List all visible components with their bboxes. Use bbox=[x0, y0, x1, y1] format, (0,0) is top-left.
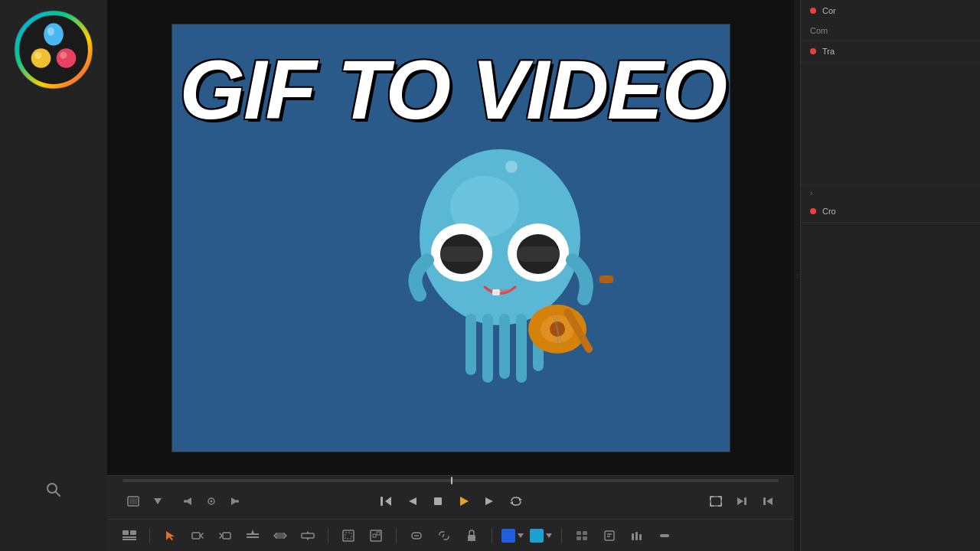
transport-controls bbox=[107, 484, 794, 519]
svg-rect-84 bbox=[660, 534, 669, 537]
color-swatch-teal-group[interactable] bbox=[530, 529, 552, 543]
next-mark-button[interactable] bbox=[224, 491, 245, 512]
add-mark-button[interactable] bbox=[201, 491, 222, 512]
stop-button[interactable] bbox=[427, 491, 449, 512]
scrubber-area[interactable] bbox=[107, 476, 794, 484]
svg-rect-82 bbox=[635, 532, 638, 540]
panel-spacer-1 bbox=[801, 63, 980, 185]
svg-marker-72 bbox=[518, 533, 524, 538]
toolbar-divider-5 bbox=[561, 528, 562, 543]
crop-label: Cro bbox=[822, 207, 971, 216]
search-icon-container[interactable] bbox=[38, 474, 69, 505]
sidebar-bottom bbox=[0, 99, 107, 551]
lock-button[interactable] bbox=[461, 525, 482, 546]
svg-marker-34 bbox=[154, 498, 162, 504]
minus-button[interactable] bbox=[654, 525, 675, 546]
effects-library-button[interactable] bbox=[571, 525, 593, 546]
link-button[interactable] bbox=[406, 525, 427, 546]
timeline-view-button[interactable] bbox=[119, 525, 140, 546]
svg-rect-62 bbox=[276, 533, 285, 539]
composite-dot bbox=[810, 8, 816, 14]
blade-tool-button[interactable] bbox=[242, 525, 263, 546]
svg-rect-54 bbox=[122, 530, 129, 535]
slip-edit-button[interactable] bbox=[270, 525, 291, 546]
prev-frame-button[interactable] bbox=[401, 491, 423, 512]
center-playback-controls bbox=[375, 491, 527, 512]
svg-rect-21 bbox=[482, 314, 493, 383]
davinci-logo bbox=[11, 8, 96, 92]
left-controls bbox=[122, 491, 168, 512]
left-sidebar bbox=[0, 0, 107, 551]
svg-rect-49 bbox=[710, 497, 721, 506]
resize-indicator: › bbox=[801, 185, 980, 201]
svg-rect-77 bbox=[583, 536, 587, 540]
jellyfish-character bbox=[377, 107, 622, 429]
trim-left-button[interactable] bbox=[187, 525, 208, 546]
prev-mark-button[interactable] bbox=[178, 491, 199, 512]
skip-to-start-button[interactable] bbox=[375, 491, 397, 512]
unlink-button[interactable] bbox=[433, 525, 455, 546]
svg-line-70 bbox=[443, 534, 444, 537]
composite-section: Cor Com bbox=[801, 0, 980, 41]
svg-point-8 bbox=[47, 484, 57, 493]
dynamic-zoom-button[interactable] bbox=[365, 525, 387, 546]
swatch-dropdown-arrow-2 bbox=[546, 533, 552, 538]
panel-resize-handle[interactable]: ⋮ bbox=[794, 0, 800, 551]
transform-dot bbox=[810, 48, 816, 54]
swatch-dropdown-arrow bbox=[518, 533, 524, 538]
svg-point-3 bbox=[47, 28, 54, 36]
color-swatch-teal bbox=[530, 529, 544, 543]
svg-rect-78 bbox=[605, 531, 614, 540]
fullscreen-button[interactable] bbox=[705, 491, 727, 512]
color-swatch-blue-group[interactable] bbox=[501, 529, 524, 543]
crop-dot bbox=[810, 208, 816, 214]
svg-rect-15 bbox=[440, 246, 483, 262]
svg-rect-68 bbox=[377, 532, 380, 535]
inspector-button[interactable] bbox=[599, 525, 620, 546]
resize-arrow: › bbox=[810, 188, 813, 197]
transform-section: Tra bbox=[801, 41, 980, 63]
svg-point-4 bbox=[31, 48, 51, 68]
frame-view-button[interactable] bbox=[122, 491, 144, 512]
loop-button[interactable] bbox=[505, 491, 527, 512]
next-clip-button[interactable] bbox=[731, 491, 753, 512]
svg-rect-56 bbox=[122, 536, 136, 538]
selection-tool-button[interactable] bbox=[159, 525, 181, 546]
prev-clip-button[interactable] bbox=[757, 491, 779, 512]
video-preview-container: GIF TO VIDEO bbox=[107, 0, 794, 475]
svg-rect-44 bbox=[434, 497, 442, 505]
svg-rect-71 bbox=[468, 535, 475, 541]
bottom-toolbar bbox=[107, 519, 794, 551]
transform-item[interactable]: Tra bbox=[801, 41, 980, 62]
composite-label: Cor bbox=[822, 6, 971, 15]
dropdown-arrow[interactable] bbox=[147, 491, 168, 512]
transform-button[interactable] bbox=[338, 525, 359, 546]
svg-rect-18 bbox=[517, 246, 560, 262]
svg-line-9 bbox=[56, 492, 60, 496]
svg-marker-73 bbox=[546, 533, 552, 538]
svg-rect-76 bbox=[577, 536, 581, 540]
composite-item[interactable]: Cor bbox=[801, 0, 980, 21]
svg-rect-74 bbox=[577, 531, 581, 535]
svg-rect-23 bbox=[516, 314, 527, 383]
svg-marker-46 bbox=[485, 497, 493, 505]
svg-rect-20 bbox=[466, 314, 476, 375]
crop-item[interactable]: Cro bbox=[801, 201, 980, 222]
svg-rect-19 bbox=[492, 289, 500, 295]
trim-right-button[interactable] bbox=[214, 525, 236, 546]
svg-rect-57 bbox=[122, 539, 136, 540]
meters-button[interactable] bbox=[626, 525, 648, 546]
right-panel: Cor Com Tra › Cro bbox=[800, 0, 980, 551]
slide-edit-button[interactable] bbox=[297, 525, 318, 546]
svg-point-36 bbox=[184, 500, 187, 503]
play-button[interactable] bbox=[453, 491, 475, 512]
svg-point-7 bbox=[60, 52, 67, 59]
svg-point-5 bbox=[34, 52, 41, 59]
svg-rect-81 bbox=[632, 533, 634, 540]
next-frame-button[interactable] bbox=[479, 491, 501, 512]
svg-rect-51 bbox=[744, 497, 746, 505]
toolbar-divider-1 bbox=[149, 528, 150, 543]
transport-bar-wrapper bbox=[107, 475, 794, 519]
svg-point-6 bbox=[57, 48, 77, 68]
svg-rect-53 bbox=[763, 497, 766, 505]
